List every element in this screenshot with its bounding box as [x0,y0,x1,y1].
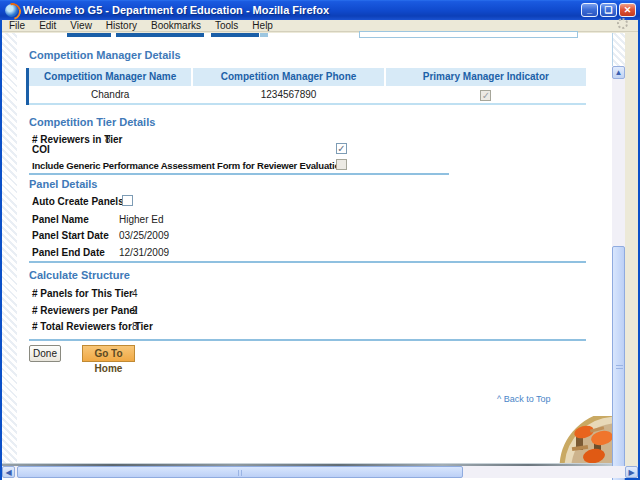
vertical-scroll-thumb[interactable] [612,246,625,480]
scroll-up-button[interactable]: ▲ [612,66,625,79]
partial-tab-bar [211,33,259,37]
section-divider [29,173,449,175]
close-button[interactable]: ✕ [619,3,636,17]
manager-table: Competition Manager Name Competition Man… [29,68,586,105]
scroll-right-button[interactable]: ▶ [625,466,638,478]
menu-bookmarks[interactable]: Bookmarks [144,20,208,31]
section-heading-calc: Calculate Structure [29,269,130,281]
panels-for-tier-label: # Panels for This Tier [32,288,133,299]
section-divider [29,261,586,263]
menu-edit[interactable]: Edit [32,20,63,31]
partial-search-box [359,31,578,38]
browser-window: Welcome to G5 - Department of Education … [0,0,640,480]
cell-manager-phone: 1234567890 [193,86,383,103]
back-to-top-link[interactable]: ^ Back to Top [497,394,551,404]
panel-end-date-label: Panel End Date [32,247,105,258]
page-viewport: Competition Manager Details Competition … [2,33,625,466]
go-to-home-button[interactable]: Go To Home [82,345,135,362]
page-content: Competition Manager Details Competition … [17,33,613,466]
done-button[interactable]: Done [29,345,61,362]
coi-label: COI [32,144,50,155]
reviewers-per-panel-value: 2 [132,305,138,316]
partial-tab-cap [260,33,268,37]
total-reviewers-value: 8 [132,321,138,332]
title-bar: Welcome to G5 - Department of Education … [0,0,640,20]
menu-tools[interactable]: Tools [208,20,245,31]
auto-create-panels-label: Auto Create Panels [32,196,124,207]
vertical-scrollbar[interactable]: ▲ ▼ [612,66,625,480]
maximize-button[interactable]: ❏ [600,3,617,17]
section-heading-tier: Competition Tier Details [29,116,155,128]
col-header-primary: Primary Manager Indicator [386,68,586,86]
coi-checkbox[interactable] [336,143,347,154]
minimize-button[interactable]: _ [581,3,598,17]
primary-manager-checkbox [480,90,491,101]
horizontal-scrollbar[interactable]: ◀ ▶ [2,466,638,478]
horizontal-scroll-thumb[interactable] [17,466,463,478]
cell-primary-indicator [386,86,586,103]
section-heading-panel: Panel Details [29,178,97,190]
panel-name-label: Panel Name [32,214,89,225]
menu-file[interactable]: File [2,20,32,31]
include-generic-form-label: Include Generic Performance Assessment F… [32,160,346,171]
section-divider [29,339,586,341]
reviewers-in-tier-value: 8 [105,134,111,145]
panels-for-tier-value: 4 [132,288,138,299]
table-header-row: Competition Manager Name Competition Man… [29,68,586,86]
partial-tab-bar [116,33,204,37]
menu-help[interactable]: Help [245,20,280,31]
col-header-name: Competition Manager Name [29,68,191,86]
include-generic-form-checkbox[interactable] [336,159,347,170]
menu-history[interactable]: History [99,20,144,31]
panel-start-date-value: 03/25/2009 [119,230,169,241]
panel-start-date-label: Panel Start Date [32,230,109,241]
col-header-phone: Competition Manager Phone [193,68,383,86]
activity-throbber-icon [617,18,628,29]
menu-view[interactable]: View [63,20,99,31]
partial-tab-bar [67,33,111,37]
reviewers-per-panel-label: # Reviewers per Panel [32,305,138,316]
auto-create-panels-checkbox[interactable] [122,195,133,206]
table-accent-bar [26,68,29,105]
firefox-icon [5,4,18,17]
cell-manager-name: Chandra [29,86,191,103]
classroom-chairs-image [536,416,612,463]
panel-end-date-value: 12/31/2009 [119,247,169,258]
section-heading-manager: Competition Manager Details [29,49,181,61]
panel-name-value: Higher Ed [119,214,163,225]
window-title: Welcome to G5 - Department of Education … [23,4,329,16]
table-row: Chandra 1234567890 [29,86,586,105]
scroll-left-button[interactable]: ◀ [2,466,15,478]
